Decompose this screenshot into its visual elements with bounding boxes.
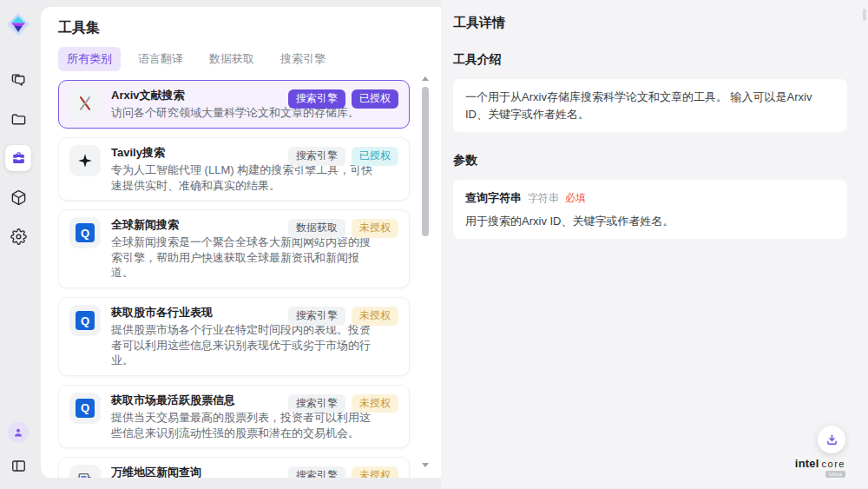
folder-icon bbox=[10, 111, 27, 128]
tool-description: 全球新闻搜索是一个聚合全球各大新闻网站内容的搜索引擎，帮助用户快速获取全球最新资… bbox=[111, 235, 373, 281]
sidebar-item-folder[interactable] bbox=[5, 106, 31, 132]
tool-card[interactable]: Tavily搜索 专为人工智能代理 (LLM) 构建的搜索引擎工具，可快速提供实… bbox=[58, 137, 410, 201]
params-heading: 参数 bbox=[453, 153, 847, 169]
tab-1[interactable]: 语言翻译 bbox=[129, 47, 192, 71]
qblue-icon: Q bbox=[69, 305, 101, 336]
tool-badges: 数据获取 未授权 bbox=[288, 219, 398, 238]
tool-description: 提供当天交易量最高的股票列表，投资者可以利用这些信息来识别流动性强的股票和潜在的… bbox=[111, 410, 373, 440]
param-name: 查询字符串 bbox=[465, 189, 522, 207]
tool-description: 专为人工智能代理 (LLM) 构建的搜索引擎工具，可快速提供实时、准确和真实的结… bbox=[111, 162, 373, 193]
cube-icon bbox=[10, 189, 27, 206]
ultra-badge: Ultra bbox=[825, 471, 845, 478]
auth-status-badge: 未授权 bbox=[352, 219, 398, 238]
person-icon bbox=[12, 426, 24, 439]
category-badge: 搜索引擎 bbox=[288, 89, 345, 109]
tab-3[interactable]: 搜索引擎 bbox=[272, 47, 334, 71]
tools-panel: 工具集 所有类别语言翻译数据获取搜索引擎 Arxiv文献搜索 访问各个研究领域大… bbox=[41, 7, 441, 478]
tab-2[interactable]: 数据获取 bbox=[201, 47, 263, 71]
tool-card[interactable]: Q 获取市场最活跃股票信息 提供当天交易量最高的股票列表，投资者可以利用这些信息… bbox=[58, 385, 410, 448]
details-title: 工具详情 bbox=[453, 15, 847, 31]
details-panel: 工具详情 工具介绍 一个用于从Arxiv存储库搜索科学论文和文章的工具。 输入可… bbox=[441, 0, 868, 489]
toolbox-icon bbox=[10, 150, 27, 167]
core-brand-text: core bbox=[822, 459, 845, 469]
tool-description: 提供股票市场各个行业在特定时间段内的表现。投资者可以利用这些信息来识别表现优于或… bbox=[111, 322, 373, 368]
auth-status-badge: 未授权 bbox=[352, 466, 398, 478]
tool-badges: 搜索引擎 未授权 bbox=[288, 466, 398, 478]
intel-core-logo: intel core Ultra bbox=[795, 458, 845, 478]
intel-brand-text: intel bbox=[795, 458, 819, 469]
news-icon bbox=[69, 465, 101, 478]
param-card: 查询字符串 字符串 必填 用于搜索的Arxiv ID、关键字或作者姓名。 bbox=[453, 180, 847, 239]
category-badge: 搜索引擎 bbox=[288, 394, 345, 413]
category-badge: 数据获取 bbox=[288, 219, 345, 238]
category-badge: 搜索引擎 bbox=[288, 147, 345, 166]
tool-card[interactable]: Q 获取股市各行业表现 提供股票市场各个行业在特定时间段内的表现。投资者可以利用… bbox=[58, 297, 410, 376]
sidebar-item-cube[interactable] bbox=[5, 184, 31, 210]
intro-text: 一个用于从Arxiv存储库搜索科学论文和文章的工具。 输入可以是Arxiv ID… bbox=[465, 90, 812, 121]
tool-list: Arxiv文献搜索 访问各个研究领域大量科学论文和文章的存储库。 搜索引擎 已授… bbox=[58, 80, 441, 478]
tool-badges: 搜索引擎 已授权 bbox=[288, 147, 398, 166]
panel-toggle-button[interactable] bbox=[5, 453, 31, 479]
tool-badges: 搜索引擎 已授权 bbox=[288, 89, 398, 109]
list-scrollbar[interactable] bbox=[421, 76, 430, 467]
category-tabs: 所有类别语言翻译数据获取搜索引擎 bbox=[58, 47, 441, 71]
sidebar-item-toolbox[interactable] bbox=[5, 145, 31, 171]
param-type: 字符串 bbox=[528, 190, 559, 206]
chat-icon bbox=[10, 72, 27, 89]
intro-heading: 工具介绍 bbox=[453, 52, 847, 68]
scrollbar-down-arrow-icon[interactable] bbox=[422, 463, 429, 467]
sidebar-item-chat[interactable] bbox=[5, 67, 31, 93]
layout-panel-icon bbox=[10, 458, 27, 474]
intro-card: 一个用于从Arxiv存储库搜索科学论文和文章的工具。 输入可以是Arxiv ID… bbox=[453, 79, 847, 132]
param-description: 用于搜索的Arxiv ID、关键字或作者姓名。 bbox=[465, 213, 835, 230]
download-icon bbox=[825, 433, 839, 447]
arxiv-icon bbox=[69, 88, 101, 119]
tab-0[interactable]: 所有类别 bbox=[58, 47, 121, 71]
user-avatar[interactable] bbox=[8, 422, 29, 443]
tool-card[interactable]: 万维地区新闻查询 查询具体行政区划内的新闻，快速了解各地新闻动 搜索引擎 未授权 bbox=[58, 457, 410, 478]
qblue-icon: Q bbox=[69, 393, 101, 424]
auth-status-badge: 未授权 bbox=[352, 394, 398, 413]
tool-card[interactable]: Q 全球新闻搜索 全球新闻搜索是一个聚合全球各大新闻网站内容的搜索引擎，帮助用户… bbox=[58, 209, 410, 288]
app-window: 工具集 所有类别语言翻译数据获取搜索引擎 Arxiv文献搜索 访问各个研究领域大… bbox=[0, 0, 868, 489]
page-title: 工具集 bbox=[58, 19, 441, 36]
sidebar bbox=[0, 0, 36, 489]
sidebar-item-settings[interactable] bbox=[5, 223, 31, 249]
param-required-badge: 必填 bbox=[565, 190, 586, 206]
qblue-icon: Q bbox=[69, 217, 101, 248]
tool-badges: 搜索引擎 未授权 bbox=[288, 307, 398, 326]
settings-icon bbox=[10, 228, 27, 245]
category-badge: 搜索引擎 bbox=[288, 307, 345, 326]
scrollbar-thumb[interactable] bbox=[422, 87, 429, 236]
auth-status-badge: 未授权 bbox=[352, 307, 398, 326]
auth-status-badge: 已授权 bbox=[352, 89, 398, 109]
details-scrollbar-thumb[interactable] bbox=[863, 9, 866, 21]
scrollbar-up-arrow-icon[interactable] bbox=[422, 76, 429, 81]
tool-card[interactable]: Arxiv文献搜索 访问各个研究领域大量科学论文和文章的存储库。 搜索引擎 已授… bbox=[58, 80, 410, 129]
tool-badges: 搜索引擎 未授权 bbox=[288, 394, 398, 413]
auth-status-badge: 已授权 bbox=[352, 147, 398, 166]
app-logo bbox=[5, 11, 31, 37]
category-badge: 搜索引擎 bbox=[288, 466, 345, 478]
sparkle-icon bbox=[69, 145, 101, 176]
sidebar-nav bbox=[5, 67, 31, 249]
download-button[interactable] bbox=[818, 426, 845, 453]
